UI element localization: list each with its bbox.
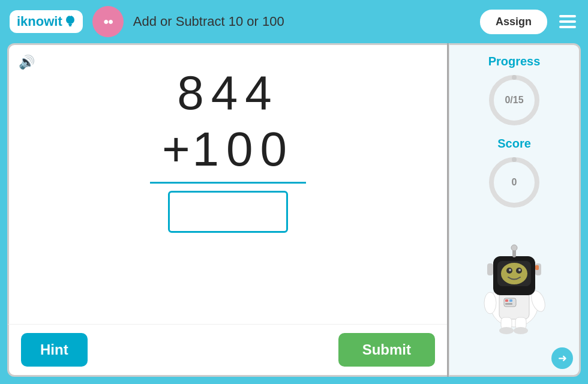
menu-button[interactable] — [557, 13, 578, 31]
activity-title: Add or Subtract 10 or 100 — [133, 14, 470, 29]
svg-rect-29 — [487, 263, 493, 275]
operator-symbol: + — [162, 122, 190, 177]
svg-point-25 — [509, 269, 511, 271]
bottom-number: 100 — [193, 125, 294, 173]
robot-svg — [466, 226, 562, 334]
svg-point-22 — [501, 263, 527, 284]
logo: iknowit — [10, 10, 83, 33]
progress-value: 0/15 — [505, 95, 523, 106]
assign-button[interactable]: Assign — [480, 10, 547, 34]
svg-rect-11 — [505, 299, 508, 302]
math-problem: 844 + 100 — [150, 57, 306, 324]
svg-rect-12 — [509, 299, 512, 302]
problem-area: 🔊 844 + 100 — [7, 43, 447, 324]
sound-button[interactable]: 🔊 — [19, 55, 35, 70]
math-divider-line — [150, 182, 306, 184]
progress-circle: 0/15 — [487, 73, 541, 127]
menu-line-1 — [559, 15, 576, 17]
hint-button[interactable]: Hint — [21, 333, 88, 367]
logo-text: iknowit — [17, 14, 62, 29]
progress-label: Progress — [488, 55, 541, 68]
bulb-icon — [65, 15, 76, 28]
main-area: 🔊 844 + 100 Hint Submit Progress — [7, 43, 581, 377]
score-label: Score — [497, 137, 531, 151]
menu-line-2 — [559, 20, 576, 23]
right-panel: Progress 0/15 Score 0 — [449, 43, 581, 377]
svg-rect-2 — [69, 25, 71, 26]
header: iknowit Add or Subtract 10 or 100 Assign — [0, 0, 588, 43]
svg-point-28 — [511, 245, 517, 251]
svg-point-0 — [66, 16, 74, 24]
menu-line-3 — [559, 26, 576, 28]
svg-rect-13 — [505, 303, 512, 305]
svg-point-26 — [518, 269, 521, 271]
operator-row: + 100 — [162, 122, 294, 177]
svg-rect-31 — [535, 265, 539, 270]
top-number: 844 — [177, 69, 278, 117]
activity-icon — [92, 6, 124, 37]
svg-point-18 — [499, 327, 514, 334]
bottom-buttons: Hint Submit — [7, 324, 447, 377]
svg-point-19 — [514, 327, 528, 334]
next-button[interactable]: ➜ — [551, 347, 573, 369]
answer-input[interactable] — [168, 191, 288, 233]
left-wrapper: 🔊 844 + 100 Hint Submit — [7, 43, 447, 377]
mascot — [466, 226, 562, 328]
score-value: 0 — [512, 177, 517, 188]
submit-button[interactable]: Submit — [338, 333, 435, 367]
score-circle: 0 — [487, 155, 541, 209]
svg-point-14 — [484, 292, 496, 314]
arrow-right-icon: ➜ — [558, 352, 567, 365]
svg-rect-1 — [68, 24, 72, 25]
